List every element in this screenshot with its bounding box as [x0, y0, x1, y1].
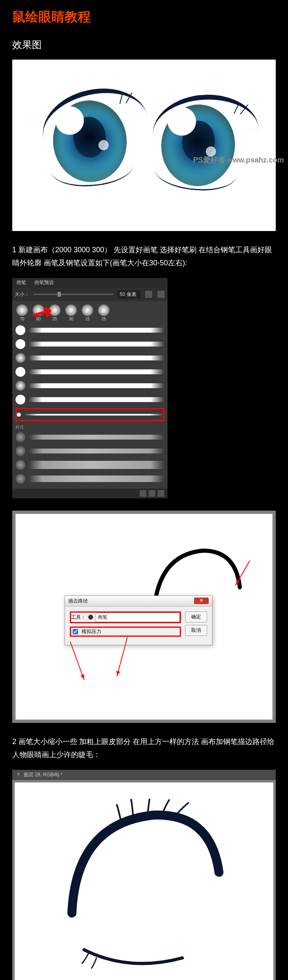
new-brush-icon[interactable]: [149, 490, 155, 497]
stroke-row[interactable]: [16, 460, 164, 470]
stroke-row[interactable]: [16, 367, 164, 377]
tool-label: 工具：: [71, 614, 86, 621]
annotation-arrow: [70, 641, 85, 680]
flip-x-icon[interactable]: [145, 290, 153, 298]
brush-preset[interactable]: 30: [65, 304, 78, 322]
group-label: 样式: [16, 424, 164, 430]
dialog-title: 描边路径: [68, 598, 88, 604]
flip-y-icon[interactable]: [157, 290, 165, 298]
simulate-pressure-checkbox[interactable]: [73, 629, 78, 634]
stroke-row[interactable]: [16, 446, 164, 456]
panel-footer: [12, 489, 167, 498]
ok-button[interactable]: 确定: [185, 611, 207, 622]
tool-select[interactable]: 画笔: [96, 613, 180, 622]
tab-brush[interactable]: 画笔: [16, 279, 26, 286]
hero-result-image: [12, 60, 276, 231]
brush-panel: 画笔 画笔预设 大小： 50 像素 70 80 25 30 15 25 样式: [12, 278, 167, 498]
tab-brush-preset[interactable]: 画笔预设: [34, 279, 54, 286]
brush-preset[interactable]: 15: [81, 304, 94, 322]
document-tab-title[interactable]: 图层 28, RGB/8) *: [24, 771, 63, 778]
step1-text: 1 新建画布（2000 3000 300） 先设置好画笔 选择好笔刷 在结合钢笔…: [12, 243, 276, 270]
step2-text: 2 画笔大小缩小一些 加粗上眼皮部分 在用上方一样的方法 画布加钢笔描边路径给人…: [12, 735, 276, 762]
close-icon[interactable]: ×: [16, 772, 21, 778]
stroke-row-selected[interactable]: [16, 408, 164, 421]
eye-left: [37, 88, 143, 194]
cancel-button[interactable]: 取消: [185, 625, 207, 636]
page-title: 鼠绘眼睛教程: [12, 8, 276, 26]
stroke-row[interactable]: [16, 394, 164, 405]
watermark: PS爱好者 www.psahz.com: [193, 155, 284, 165]
section-subtitle: 效果图: [12, 38, 276, 51]
simulate-pressure-label: 模拟压力: [82, 628, 101, 635]
canvas-step1: 描边路径 ✕ 工具： 画笔 模拟压力 确定 取消: [12, 511, 276, 723]
panel-option-icon[interactable]: [140, 490, 146, 497]
stroke-path-dialog: 描边路径 ✕ 工具： 画笔 模拟压力 确定 取消: [65, 596, 212, 645]
size-value[interactable]: 50 像素: [117, 290, 141, 299]
brush-preset[interactable]: 25: [97, 304, 110, 322]
size-slider[interactable]: [33, 293, 113, 295]
trash-icon[interactable]: [158, 490, 164, 497]
eye-lash-drawing: [47, 799, 243, 978]
canvas-step2: × 图层 28, RGB/8) *: [12, 770, 276, 980]
stroke-row[interactable]: [16, 380, 164, 391]
close-icon[interactable]: ✕: [194, 598, 209, 604]
size-label: 大小：: [15, 291, 29, 298]
stroke-row[interactable]: [16, 325, 164, 336]
stroke-row[interactable]: [16, 339, 164, 349]
brush-icon: [88, 615, 93, 620]
stroke-row[interactable]: [16, 432, 164, 442]
eye-right: [145, 92, 251, 198]
stroke-preview-list: 样式: [12, 325, 167, 484]
stroke-row[interactable]: [16, 353, 164, 363]
stroke-row[interactable]: [16, 473, 164, 484]
